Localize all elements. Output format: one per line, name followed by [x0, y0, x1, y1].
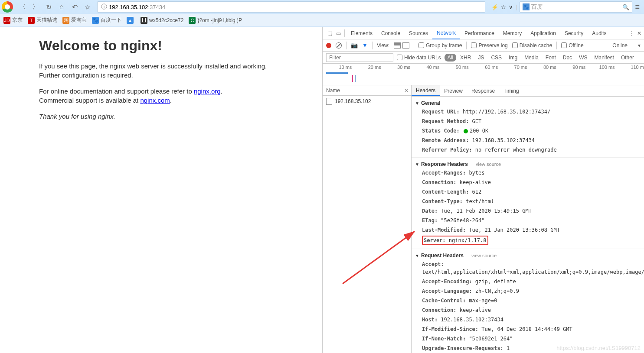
- site-info-icon[interactable]: ⓘ: [101, 3, 107, 11]
- page-paragraph-2: For online documentation and support ple…: [39, 87, 283, 105]
- request-details: HeadersPreviewResponseTiming ▼General Re…: [412, 85, 644, 353]
- page-paragraph-1: If you see this page, the nginx web serv…: [39, 62, 283, 80]
- network-toolbar: 📷 ▼ View: Group by frame Preserve log Di…: [323, 39, 644, 52]
- close-details-icon[interactable]: ✕: [404, 87, 409, 94]
- back-button[interactable]: 〈: [16, 1, 29, 13]
- tab-application[interactable]: Application: [526, 27, 560, 39]
- tab-audits[interactable]: Audits: [588, 27, 611, 39]
- detail-tab-headers[interactable]: Headers: [412, 85, 440, 96]
- group-by-frame-checkbox[interactable]: Group by frame: [418, 42, 462, 49]
- forward-button[interactable]: 〉: [29, 1, 42, 13]
- disable-cache-checkbox[interactable]: Disable cache: [512, 42, 552, 49]
- bookmark-star-button[interactable]: ☆: [82, 1, 94, 13]
- bookmarks-bar: JD京东T天猫精选淘爱淘宝🐾百度一下▲【】wx5d2c2cce72C}?om -…: [0, 14, 644, 27]
- bookmark-item[interactable]: 淘爱淘宝: [62, 16, 87, 24]
- search-placeholder: 百度: [531, 3, 622, 11]
- name-column-header[interactable]: Name ✕: [323, 85, 411, 96]
- request-list: Name ✕ 192.168.35.102: [323, 85, 412, 353]
- chevron-down-icon[interactable]: ∨: [509, 4, 513, 10]
- filter-pill-js[interactable]: JS: [475, 54, 487, 62]
- inspect-icon[interactable]: ⬚: [325, 30, 334, 36]
- filter-input[interactable]: [326, 53, 393, 62]
- tab-memory[interactable]: Memory: [499, 27, 526, 39]
- watermark: https://blog.csdn.net/LS19990712: [556, 345, 641, 351]
- request-headers-section-header[interactable]: ▼Request Headersview source: [412, 252, 644, 259]
- filter-pill-all[interactable]: All: [445, 54, 456, 62]
- browser-toolbar: 〈 〉 ↻ ⌂ ↶ ☆ ⓘ 192.168.35.102:37434 ⚡ ☆ ∨…: [0, 0, 644, 14]
- view-source-link-2[interactable]: view source: [471, 253, 497, 258]
- filter-pill-xhr[interactable]: XHR: [457, 54, 474, 62]
- bookmark-item[interactable]: 🐾百度一下: [92, 16, 121, 24]
- toolbar-right: ⚡ ☆ ∨ | 🐾 百度 🔍 ≡: [489, 1, 642, 13]
- tab-console[interactable]: Console: [377, 27, 405, 39]
- filter-icon[interactable]: ▼: [362, 42, 368, 49]
- devtools-panel: ⬚ ▭ ElementsConsoleSourcesNetworkPerform…: [322, 27, 644, 353]
- url-port: :37434: [148, 4, 165, 10]
- request-item[interactable]: 192.168.35.102: [323, 96, 411, 107]
- filter-pill-doc[interactable]: Doc: [560, 54, 575, 62]
- tab-elements[interactable]: Elements: [347, 27, 377, 39]
- devtools-more-icon[interactable]: ⋮: [629, 30, 634, 36]
- bookmark-item[interactable]: 【】wx5d2c2cce72: [141, 17, 183, 24]
- detail-tab-response[interactable]: Response: [467, 85, 499, 96]
- offline-checkbox[interactable]: Offline: [561, 42, 583, 49]
- detail-tab-timing[interactable]: Timing: [499, 85, 523, 96]
- url-host: 192.168.35.102: [109, 4, 148, 10]
- page-title: Welcome to nginx!: [39, 38, 283, 54]
- reload-button[interactable]: ↻: [42, 1, 55, 13]
- filter-pill-manifest[interactable]: Manifest: [592, 54, 617, 62]
- response-headers-section-header[interactable]: ▼Response Headersview source: [412, 160, 644, 168]
- clear-button[interactable]: [336, 42, 342, 49]
- home-button[interactable]: ⌂: [56, 1, 68, 13]
- bookmark-item[interactable]: ▲: [127, 17, 135, 24]
- flash-icon[interactable]: ⚡: [491, 4, 498, 10]
- browser-chrome: 〈 〉 ↻ ⌂ ↶ ☆ ⓘ 192.168.35.102:37434 ⚡ ☆ ∨…: [0, 0, 644, 27]
- search-box[interactable]: 🐾 百度 🔍: [520, 1, 632, 13]
- filter-pill-media[interactable]: Media: [521, 54, 542, 62]
- timeline[interactable]: 10 ms20 ms30 ms40 ms50 ms60 ms70 ms80 ms…: [323, 64, 644, 85]
- filter-pill-ws[interactable]: WS: [576, 54, 590, 62]
- view-label: View:: [377, 42, 389, 49]
- record-button[interactable]: [326, 43, 331, 48]
- filter-pill-other[interactable]: Other: [618, 54, 637, 62]
- detail-tab-preview[interactable]: Preview: [440, 85, 467, 96]
- device-icon[interactable]: ▭: [334, 30, 343, 36]
- bookmark-item[interactable]: T天猫精选: [28, 16, 57, 24]
- status-dot-icon: [464, 129, 468, 133]
- devtools-close-icon[interactable]: ✕: [637, 30, 641, 36]
- bookmark-item[interactable]: C}?om -jinj9 l,kbig )P: [189, 17, 242, 24]
- devtools-tabs: ⬚ ▭ ElementsConsoleSourcesNetworkPerform…: [323, 27, 644, 39]
- filter-pill-img[interactable]: Img: [506, 54, 520, 62]
- star-icon[interactable]: ☆: [501, 4, 506, 10]
- filter-row: Hide data URLs AllXHRJSCSSImgMediaFontDo…: [323, 52, 644, 64]
- view-source-link[interactable]: view source: [476, 162, 501, 167]
- hide-data-urls-checkbox[interactable]: Hide data URLs: [397, 55, 441, 61]
- nginx-org-link[interactable]: nginx.org: [194, 87, 221, 95]
- page-content: Welcome to nginx! If you see this page, …: [0, 27, 322, 353]
- general-section-header[interactable]: ▼General: [412, 99, 644, 107]
- bookmark-item[interactable]: JD京东: [3, 16, 23, 24]
- view-list-icon[interactable]: [394, 42, 401, 49]
- filter-pill-css[interactable]: CSS: [488, 54, 505, 62]
- page-thanks: Thank you for using nginx.: [39, 113, 115, 120]
- undo-button[interactable]: ↶: [69, 1, 81, 13]
- tab-security[interactable]: Security: [560, 27, 588, 39]
- filter-pill-font[interactable]: Font: [543, 54, 559, 62]
- tab-performance[interactable]: Performance: [460, 27, 499, 39]
- server-header-highlight: Server: nginx/1.17.8: [422, 236, 488, 245]
- address-bar[interactable]: ⓘ 192.168.35.102:37434: [97, 1, 485, 13]
- search-engine-icon: 🐾: [523, 3, 530, 10]
- tab-network[interactable]: Network: [432, 27, 460, 39]
- throttling-select[interactable]: Online ▾: [612, 42, 641, 49]
- search-icon[interactable]: 🔍: [622, 4, 629, 10]
- view-detail-icon[interactable]: [402, 42, 409, 49]
- tab-sources[interactable]: Sources: [405, 27, 432, 39]
- request-name: 192.168.35.102: [335, 98, 371, 104]
- preserve-log-checkbox[interactable]: Preserve log: [471, 42, 507, 49]
- menu-icon[interactable]: ≡: [635, 3, 640, 12]
- nginx-com-link[interactable]: nginx.com: [140, 97, 170, 104]
- browser-logo-icon: [2, 1, 13, 13]
- screenshot-icon[interactable]: 📷: [351, 42, 358, 49]
- file-icon: [326, 98, 332, 105]
